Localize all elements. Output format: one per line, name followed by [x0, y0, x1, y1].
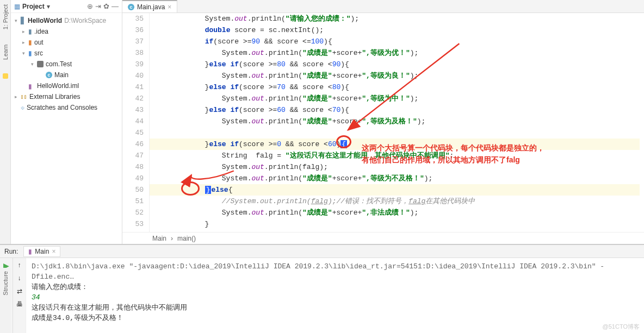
vtab-project[interactable]: 1: Project — [2, 2, 9, 32]
annotation-text-2: 有他们自己的作用域，所以其地方调用不了falg — [362, 154, 520, 166]
bottom-tool-strip: Structure — [0, 268, 11, 333]
run-toolbar-2: ↑ ↓ ⇄ 🖶 — [13, 258, 26, 333]
chevron-down-icon[interactable]: ▾ — [29, 61, 35, 67]
tree-label: com.Test — [46, 60, 72, 68]
tab-label: Main.java — [137, 3, 165, 11]
library-icon: ⫾⫾ — [21, 93, 27, 100]
tree-label: Scratches and Consoles — [27, 104, 97, 111]
tree-idea[interactable]: ▸ ▮ .idea — [11, 26, 122, 37]
tree-out[interactable]: ▸ ▮ out — [11, 37, 122, 48]
chevron-right-icon[interactable]: ▸ — [21, 29, 26, 34]
tree-iml[interactable]: HelloWorld.iml — [11, 80, 122, 91]
close-icon[interactable]: × — [52, 248, 55, 255]
code-body[interactable]: System.out.println("请输入您的成绩："); double s… — [150, 13, 644, 232]
run-header: Run: ▮ Main × — [0, 245, 644, 258]
package-icon — [37, 61, 44, 67]
run-label: Run: — [4, 248, 18, 255]
scratch-icon: ⟐ — [21, 104, 24, 111]
editor: c Main.java × 35363738394041424344454647… — [122, 0, 644, 244]
console-cmd: D:\jdk1.8\bin\java.exe "-javaagent:D:\id… — [32, 261, 639, 282]
project-path: D:\WorkSpace — [64, 17, 106, 24]
tree-package[interactable]: ▾ com.Test — [11, 59, 122, 70]
breadcrumb[interactable]: Main › main() — [122, 232, 644, 244]
console-line: 请输入您的成绩： — [32, 282, 639, 292]
wrap-icon[interactable]: ⇄ — [17, 287, 22, 295]
watermark: @51CTO博客 — [603, 323, 640, 331]
chevron-right-icon[interactable]: ▸ — [21, 40, 26, 45]
tree-project-root[interactable]: ▾ ▋ HelloWorld D:\WorkSpace — [11, 15, 122, 26]
tab-main-java[interactable]: c Main.java × — [122, 0, 177, 12]
console-line: 成绩是34.0,等级为不及格！ — [32, 313, 639, 323]
down-icon[interactable]: ↓ — [18, 274, 21, 282]
iml-icon — [28, 83, 35, 89]
vtab-learn[interactable]: Learn — [2, 42, 9, 62]
chevron-right-icon: › — [171, 235, 173, 242]
code-area[interactable]: 35363738394041424344454647484950515253 S… — [122, 13, 644, 232]
module-icon: ▋ — [21, 17, 26, 24]
console-input: 34 — [32, 292, 639, 303]
up-icon[interactable]: ↑ — [18, 261, 21, 269]
vtab-structure[interactable]: Structure — [2, 268, 9, 299]
console-output[interactable]: D:\jdk1.8\bin\java.exe "-javaagent:D:\id… — [26, 258, 644, 333]
tree-label: out — [34, 39, 44, 46]
circle-annotation-open-brace — [336, 135, 351, 148]
folder-src-icon: ▮ — [28, 49, 32, 57]
class-icon: c — [128, 4, 134, 10]
tree-label: External Libraries — [29, 93, 80, 100]
settings-icon[interactable]: ✿ — [103, 2, 109, 10]
circle-annotation-close-brace — [181, 181, 200, 196]
gutter: 35363738394041424344454647484950515253 — [122, 13, 150, 232]
dropdown-icon[interactable]: ▾ — [47, 3, 50, 10]
tree-label: .idea — [34, 28, 48, 35]
tree-label: HelloWorld.iml — [37, 82, 79, 90]
tree-main-class[interactable]: c Main — [11, 70, 122, 80]
tree-external-libs[interactable]: ▸ ⫾⫾ External Libraries — [11, 91, 122, 102]
app-icon: ▮ — [28, 248, 32, 255]
tree-label: Main — [54, 71, 69, 79]
crumb-method[interactable]: main() — [177, 235, 196, 242]
tree-src[interactable]: ▾ ▮ src — [11, 48, 122, 59]
tree-label: src — [34, 49, 43, 57]
chevron-right-icon[interactable]: ▸ — [13, 94, 18, 99]
project-sidebar: ▦ Project ▾ ⊕ ⇥ ✿ — ▾ ▋ HelloWorld D:\Wo… — [11, 0, 122, 244]
sidebar-title: Project — [22, 3, 45, 10]
hide-icon[interactable]: — — [112, 2, 119, 10]
tree-scratches[interactable]: ⟐ Scratches and Consoles — [11, 102, 122, 113]
project-icon: ▦ — [14, 3, 20, 10]
select-opened-icon[interactable]: ⊕ — [87, 2, 93, 10]
run-panel: Run: ▮ Main × ▶ ■ ◧ ↘ ↑ ↓ ⇄ 🖶 D:\jdk1.8\… — [0, 244, 644, 333]
editor-tabs: c Main.java × — [122, 0, 644, 13]
left-tool-strip: 1: Project Learn — [0, 0, 11, 244]
console-line: 这段话只有在这里才能用，其他代码块中不能调用 — [32, 303, 639, 313]
print-icon[interactable]: 🖶 — [16, 300, 23, 308]
project-name: HelloWorld — [28, 17, 62, 24]
crumb-class[interactable]: Main — [152, 235, 166, 242]
indicator-icon — [3, 73, 8, 79]
folder-out-icon: ▮ — [28, 39, 32, 46]
folder-icon: ▮ — [28, 28, 32, 35]
sidebar-header: ▦ Project ▾ ⊕ ⇥ ✿ — — [11, 0, 122, 13]
run-tab-label: Main — [35, 248, 49, 255]
collapse-icon[interactable]: ⇥ — [95, 2, 101, 10]
project-tree[interactable]: ▾ ▋ HelloWorld D:\WorkSpace ▸ ▮ .idea ▸ … — [11, 13, 122, 115]
chevron-down-icon[interactable]: ▾ — [13, 18, 18, 23]
annotation-text-1: 这两个大括号算一个代码块，每个代码块都是独立的， — [362, 142, 544, 154]
class-icon: c — [46, 72, 52, 78]
run-tab[interactable]: ▮ Main × — [23, 246, 60, 257]
close-icon[interactable]: × — [168, 3, 171, 11]
chevron-down-icon[interactable]: ▾ — [21, 51, 26, 56]
